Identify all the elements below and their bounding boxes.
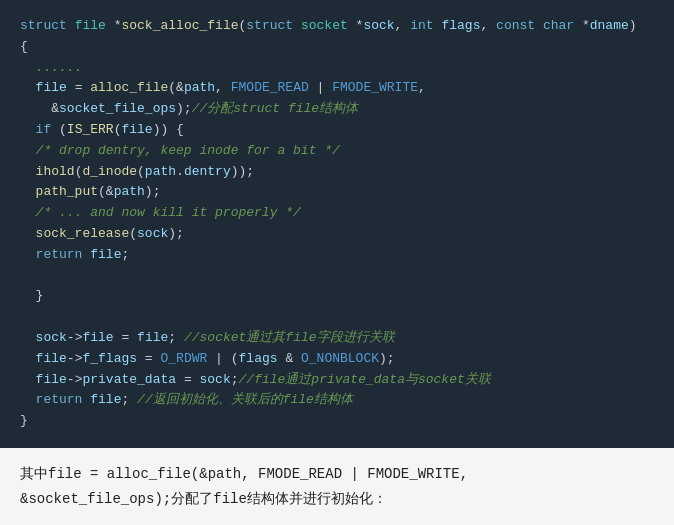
code-content: struct file *sock_alloc_file(struct sock… (20, 16, 654, 432)
description-text-2: &socket_file_ops);分配了file结构体并进行初始化： (20, 490, 387, 506)
description-text: 其中file = alloc_file(&path, FMODE_READ | … (20, 465, 468, 481)
description-block: 其中file = alloc_file(&path, FMODE_READ | … (0, 448, 674, 522)
code-block: struct file *sock_alloc_file(struct sock… (0, 0, 674, 448)
